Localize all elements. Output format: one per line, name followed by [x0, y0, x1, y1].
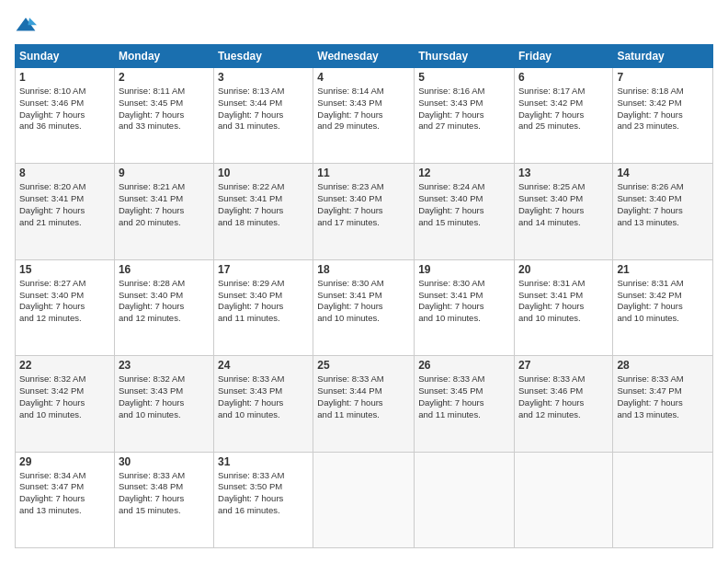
- calendar-cell: 24 Sunrise: 8:33 AMSunset: 3:43 PMDaylig…: [214, 356, 313, 452]
- calendar-cell: 19 Sunrise: 8:30 AMSunset: 3:41 PMDaylig…: [415, 259, 515, 355]
- day-info: Sunrise: 8:18 AMSunset: 3:42 PMDaylight:…: [617, 86, 683, 131]
- day-number: 4: [317, 71, 410, 84]
- calendar-cell: 15 Sunrise: 8:27 AMSunset: 3:40 PMDaylig…: [16, 259, 115, 355]
- logo: [15, 15, 40, 37]
- day-number: 5: [418, 71, 510, 84]
- day-info: Sunrise: 8:30 AMSunset: 3:41 PMDaylight:…: [418, 278, 484, 323]
- day-number: 17: [218, 263, 309, 276]
- calendar-week-4: 22 Sunrise: 8:32 AMSunset: 3:42 PMDaylig…: [16, 356, 713, 452]
- day-number: 26: [418, 359, 510, 372]
- day-info: Sunrise: 8:20 AMSunset: 3:41 PMDaylight:…: [19, 181, 85, 226]
- logo-icon: [15, 15, 37, 37]
- calendar-cell: [415, 452, 515, 547]
- day-number: 13: [518, 167, 609, 179]
- day-number: 24: [218, 359, 309, 372]
- calendar-cell: [613, 452, 713, 547]
- day-number: 27: [518, 359, 609, 372]
- calendar-cell: 25 Sunrise: 8:33 AMSunset: 3:44 PMDaylig…: [313, 356, 415, 452]
- day-number: 18: [317, 263, 410, 276]
- day-info: Sunrise: 8:33 AMSunset: 3:50 PMDaylight:…: [218, 470, 284, 515]
- calendar-header-sunday: Sunday: [16, 45, 115, 68]
- day-number: 25: [317, 359, 410, 372]
- calendar-cell: 14 Sunrise: 8:26 AMSunset: 3:40 PMDaylig…: [613, 164, 713, 259]
- day-info: Sunrise: 8:11 AMSunset: 3:45 PMDaylight:…: [119, 86, 185, 131]
- calendar-table: SundayMondayTuesdayWednesdayThursdayFrid…: [15, 44, 713, 548]
- day-number: 20: [518, 263, 609, 276]
- day-number: 1: [19, 71, 110, 84]
- calendar-cell: 22 Sunrise: 8:32 AMSunset: 3:42 PMDaylig…: [16, 356, 115, 452]
- calendar-cell: 20 Sunrise: 8:31 AMSunset: 3:41 PMDaylig…: [514, 259, 612, 355]
- calendar-cell: 18 Sunrise: 8:30 AMSunset: 3:41 PMDaylig…: [313, 259, 415, 355]
- calendar-cell: 2 Sunrise: 8:11 AMSunset: 3:45 PMDayligh…: [114, 68, 213, 164]
- day-info: Sunrise: 8:17 AMSunset: 3:42 PMDaylight:…: [518, 86, 585, 131]
- calendar-cell: 23 Sunrise: 8:32 AMSunset: 3:43 PMDaylig…: [114, 356, 213, 452]
- calendar-cell: 13 Sunrise: 8:25 AMSunset: 3:40 PMDaylig…: [514, 164, 612, 259]
- day-info: Sunrise: 8:31 AMSunset: 3:41 PMDaylight:…: [518, 278, 585, 323]
- day-info: Sunrise: 8:24 AMSunset: 3:40 PMDaylight:…: [418, 181, 484, 226]
- calendar-header-monday: Monday: [114, 45, 213, 68]
- calendar-cell: 16 Sunrise: 8:28 AMSunset: 3:40 PMDaylig…: [114, 259, 213, 355]
- calendar-cell: 31 Sunrise: 8:33 AMSunset: 3:50 PMDaylig…: [214, 452, 313, 547]
- day-number: 6: [518, 71, 609, 84]
- day-number: 31: [218, 455, 309, 468]
- day-number: 23: [119, 359, 210, 372]
- calendar-week-3: 15 Sunrise: 8:27 AMSunset: 3:40 PMDaylig…: [16, 259, 713, 355]
- day-number: 12: [418, 167, 510, 179]
- day-number: 16: [119, 263, 210, 276]
- day-info: Sunrise: 8:33 AMSunset: 3:48 PMDaylight:…: [119, 470, 185, 515]
- day-number: 21: [617, 263, 709, 276]
- day-info: Sunrise: 8:32 AMSunset: 3:42 PMDaylight:…: [19, 373, 85, 419]
- day-number: 30: [119, 455, 210, 468]
- calendar-week-5: 29 Sunrise: 8:34 AMSunset: 3:47 PMDaylig…: [16, 452, 713, 547]
- calendar-cell: 5 Sunrise: 8:16 AMSunset: 3:43 PMDayligh…: [415, 68, 515, 164]
- day-info: Sunrise: 8:21 AMSunset: 3:41 PMDaylight:…: [119, 181, 185, 226]
- day-info: Sunrise: 8:32 AMSunset: 3:43 PMDaylight:…: [119, 373, 185, 419]
- day-info: Sunrise: 8:31 AMSunset: 3:42 PMDaylight:…: [617, 278, 683, 323]
- day-info: Sunrise: 8:33 AMSunset: 3:44 PMDaylight:…: [317, 373, 383, 419]
- calendar-cell: 7 Sunrise: 8:18 AMSunset: 3:42 PMDayligh…: [613, 68, 713, 164]
- day-number: 8: [19, 167, 110, 179]
- calendar-week-1: 1 Sunrise: 8:10 AMSunset: 3:46 PMDayligh…: [16, 68, 713, 164]
- svg-marker-1: [28, 17, 37, 25]
- day-info: Sunrise: 8:33 AMSunset: 3:45 PMDaylight:…: [418, 373, 484, 419]
- day-number: 10: [218, 167, 309, 179]
- calendar-cell: 3 Sunrise: 8:13 AMSunset: 3:44 PMDayligh…: [214, 68, 313, 164]
- day-info: Sunrise: 8:33 AMSunset: 3:47 PMDaylight:…: [617, 373, 683, 419]
- calendar-cell: 11 Sunrise: 8:23 AMSunset: 3:40 PMDaylig…: [313, 164, 415, 259]
- day-info: Sunrise: 8:33 AMSunset: 3:43 PMDaylight:…: [218, 373, 284, 419]
- calendar-cell: 4 Sunrise: 8:14 AMSunset: 3:43 PMDayligh…: [313, 68, 415, 164]
- calendar-cell: [313, 452, 415, 547]
- calendar-cell: 9 Sunrise: 8:21 AMSunset: 3:41 PMDayligh…: [114, 164, 213, 259]
- day-info: Sunrise: 8:23 AMSunset: 3:40 PMDaylight:…: [317, 181, 383, 226]
- day-number: 11: [317, 167, 410, 179]
- day-info: Sunrise: 8:30 AMSunset: 3:41 PMDaylight:…: [317, 278, 383, 323]
- calendar-header-saturday: Saturday: [613, 45, 713, 68]
- day-info: Sunrise: 8:10 AMSunset: 3:46 PMDaylight:…: [19, 86, 85, 131]
- day-number: 29: [19, 455, 110, 468]
- day-number: 28: [617, 359, 709, 372]
- calendar-cell: 10 Sunrise: 8:22 AMSunset: 3:41 PMDaylig…: [214, 164, 313, 259]
- calendar-header-tuesday: Tuesday: [214, 45, 313, 68]
- day-number: 14: [617, 167, 709, 179]
- day-info: Sunrise: 8:16 AMSunset: 3:43 PMDaylight:…: [418, 86, 484, 131]
- calendar-week-2: 8 Sunrise: 8:20 AMSunset: 3:41 PMDayligh…: [16, 164, 713, 259]
- day-info: Sunrise: 8:34 AMSunset: 3:47 PMDaylight:…: [19, 470, 85, 515]
- day-number: 2: [119, 71, 210, 84]
- day-info: Sunrise: 8:28 AMSunset: 3:40 PMDaylight:…: [119, 278, 185, 323]
- day-info: Sunrise: 8:26 AMSunset: 3:40 PMDaylight:…: [617, 181, 683, 226]
- page: SundayMondayTuesdayWednesdayThursdayFrid…: [0, 0, 728, 563]
- calendar-header-row: SundayMondayTuesdayWednesdayThursdayFrid…: [16, 45, 713, 68]
- calendar-header-thursday: Thursday: [415, 45, 515, 68]
- day-info: Sunrise: 8:29 AMSunset: 3:40 PMDaylight:…: [218, 278, 284, 323]
- day-number: 3: [218, 71, 309, 84]
- day-info: Sunrise: 8:13 AMSunset: 3:44 PMDaylight:…: [218, 86, 284, 131]
- day-number: 7: [617, 71, 709, 84]
- day-number: 22: [19, 359, 110, 372]
- day-info: Sunrise: 8:14 AMSunset: 3:43 PMDaylight:…: [317, 86, 383, 131]
- day-info: Sunrise: 8:22 AMSunset: 3:41 PMDaylight:…: [218, 181, 284, 226]
- calendar-header-friday: Friday: [514, 45, 612, 68]
- calendar-header-wednesday: Wednesday: [313, 45, 415, 68]
- day-info: Sunrise: 8:27 AMSunset: 3:40 PMDaylight:…: [19, 278, 85, 323]
- calendar-cell: 27 Sunrise: 8:33 AMSunset: 3:46 PMDaylig…: [514, 356, 612, 452]
- day-number: 9: [119, 167, 210, 179]
